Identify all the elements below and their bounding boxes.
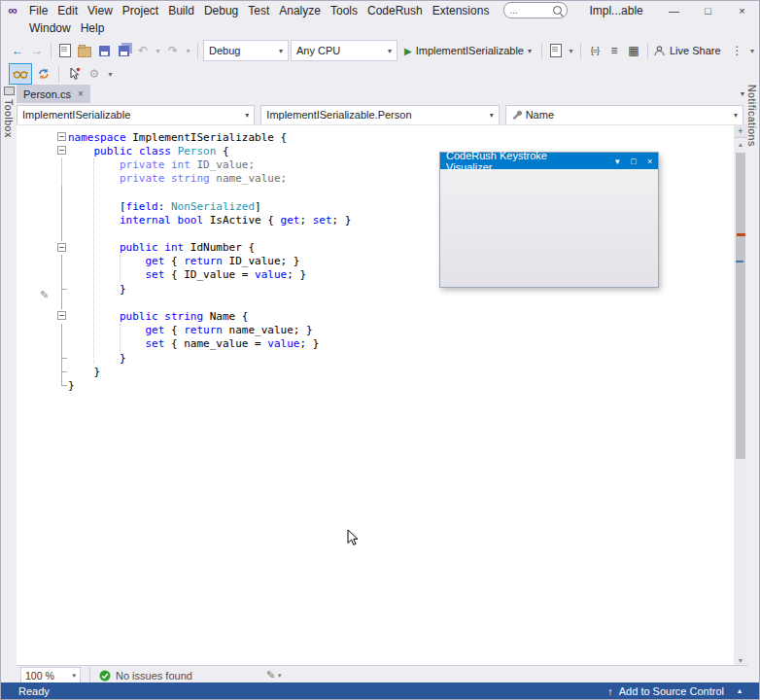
fold-toggle[interactable]: −	[57, 241, 68, 255]
find-in-files-button[interactable]: ≡	[605, 42, 623, 59]
type-dropdown[interactable]: ImplementISerializable.Person ▾	[260, 105, 499, 125]
visualizer-close-button[interactable]: ×	[641, 153, 658, 169]
fold-margin	[57, 186, 68, 199]
navigate-back-button[interactable]: ←	[9, 42, 26, 59]
refresh-button[interactable]	[35, 65, 52, 83]
navigate-forward-button[interactable]: →	[28, 42, 46, 59]
tab-close-icon[interactable]: ×	[78, 89, 84, 99]
code-line-15[interactable]: get { return name_value; }	[17, 324, 734, 337]
issues-label: No issues found	[116, 670, 192, 682]
fold-margin	[57, 324, 68, 337]
toolbar-options-chevron[interactable]: ▾	[748, 42, 757, 59]
visualizer-titlebar[interactable]: CodeRush Keystroke Visualizer ▾ □ ×	[440, 153, 658, 169]
hot-reload-button[interactable]	[547, 42, 565, 59]
notifications-side-tab[interactable]: Notifications	[745, 85, 759, 147]
fold-margin	[57, 337, 68, 351]
fold-toggle[interactable]: −	[57, 144, 68, 158]
start-debugging-button[interactable]: ▶ ImplementISerializable ▾	[399, 41, 536, 60]
chevron-up-icon: ▴	[738, 686, 742, 695]
menu-debug[interactable]: Debug	[199, 2, 243, 19]
platform-dropdown[interactable]: Any CPU ▾	[291, 40, 397, 61]
minimize-button[interactable]: —	[657, 1, 691, 19]
document-list-chevron[interactable]: ▾	[741, 89, 744, 98]
fold-margin	[57, 213, 68, 227]
keystroke-visualizer-window[interactable]: CodeRush Keystroke Visualizer ▾ □ ×	[439, 152, 659, 288]
project-value: ImplementISerializable	[22, 109, 130, 121]
search-text: ...	[509, 5, 517, 16]
visualizer-body	[440, 169, 658, 286]
keystroke-visualizer-toggle-button[interactable]	[9, 63, 32, 85]
source-control-button[interactable]: ↑ Add to Source Control ▴	[607, 685, 742, 697]
fold-toggle[interactable]: −	[57, 130, 68, 144]
hot-reload-icon	[550, 44, 562, 57]
close-button[interactable]: ×	[725, 1, 759, 19]
visualizer-position-chevron[interactable]: ▾	[609, 153, 626, 169]
fold-toggle[interactable]: −	[57, 309, 68, 323]
open-folder-icon	[78, 47, 91, 57]
visualizer-maximize-button[interactable]: □	[626, 153, 642, 169]
code-line-14[interactable]: − public string Name {	[17, 309, 734, 323]
menu-row2: WindowHelp	[24, 19, 759, 36]
chevron-down-icon: ▾	[278, 672, 282, 680]
split-window-handle[interactable]: +	[734, 125, 747, 138]
track-changes-group[interactable]: ✎ ▾	[266, 669, 282, 682]
project-dropdown[interactable]: ImplementISerializable ▾	[17, 105, 255, 125]
open-file-button[interactable]	[76, 42, 93, 59]
titlebar-search-box[interactable]: ...	[503, 2, 568, 18]
hot-reload-dropdown[interactable]: ▾	[567, 42, 575, 59]
member-dropdown[interactable]: Name ▾	[505, 105, 743, 125]
play-icon: ▶	[404, 46, 412, 56]
refresh-icon	[37, 67, 51, 81]
redo-button[interactable]: ↷	[164, 42, 182, 59]
scrollbar-thumb[interactable]	[736, 153, 745, 459]
save-all-button[interactable]	[115, 42, 132, 59]
live-share-button[interactable]: Live Share	[653, 45, 721, 57]
toolbox-side-tab[interactable]: Toolbox	[1, 87, 17, 138]
settings-button[interactable]: ⚙	[86, 65, 103, 83]
code-line-1[interactable]: −namespace ImplementISerializable {	[17, 130, 734, 144]
maximize-button[interactable]: □	[691, 1, 725, 19]
menu-view[interactable]: View	[83, 2, 118, 19]
code-line-13[interactable]	[17, 296, 734, 309]
menu-project[interactable]: Project	[118, 2, 163, 19]
undo-dropdown[interactable]: ▾	[154, 42, 162, 59]
coderush-edit-marker-icon[interactable]: ✎	[40, 289, 49, 301]
menu-file[interactable]: File	[24, 2, 52, 19]
zoom-dropdown[interactable]: 100 % ▾	[20, 667, 81, 684]
code-line-16[interactable]: set { name_value = value; }	[17, 337, 734, 351]
menu-test[interactable]: Test	[243, 2, 274, 19]
command-window-button[interactable]: ▦	[625, 42, 642, 59]
code-line-19[interactable]: }	[17, 378, 734, 392]
vertical-scrollbar[interactable]: + ▲ ▼	[734, 125, 747, 667]
tab-person-cs[interactable]: Person.cs ×	[17, 85, 90, 103]
menu-extensions[interactable]: Extensions	[428, 2, 495, 19]
menu-tools[interactable]: Tools	[326, 2, 363, 19]
new-file-button[interactable]	[56, 42, 74, 59]
track-pencil-icon: ✎	[266, 669, 275, 682]
menu-build[interactable]: Build	[163, 2, 199, 19]
search-icon	[553, 6, 562, 15]
menu-window[interactable]: Window	[24, 19, 76, 37]
scroll-up-button[interactable]: ▲	[734, 138, 747, 151]
toolbar-overflow-button[interactable]: ⋮	[729, 42, 746, 59]
menu-edit[interactable]: Edit	[52, 2, 83, 19]
code-line-18[interactable]: }	[17, 365, 734, 378]
redo-dropdown[interactable]: ▾	[184, 42, 192, 59]
menu-analyze[interactable]: Analyze	[274, 2, 326, 19]
indent-guide	[120, 324, 121, 351]
code-definition-button[interactable]: {=}	[586, 42, 604, 59]
jump-to-button[interactable]	[65, 65, 83, 83]
green-check-icon	[99, 670, 111, 682]
visualizer-title: CodeRush Keystroke Visualizer	[446, 150, 594, 173]
menu-coderush[interactable]: CodeRush	[363, 2, 428, 19]
code-line-17[interactable]: }	[17, 351, 734, 365]
undo-button[interactable]: ↶	[134, 42, 152, 59]
menu-help[interactable]: Help	[76, 19, 110, 37]
save-button[interactable]	[95, 42, 113, 59]
status-bar: Ready ↑ Add to Source Control ▴	[1, 682, 759, 699]
coderush-toolbar-chevron[interactable]: ▾	[106, 65, 115, 83]
fold-margin	[57, 351, 68, 365]
solution-config-dropdown[interactable]: Debug ▾	[203, 40, 289, 61]
issues-indicator[interactable]: No issues found	[99, 670, 192, 682]
toolbox-icon	[4, 87, 15, 95]
